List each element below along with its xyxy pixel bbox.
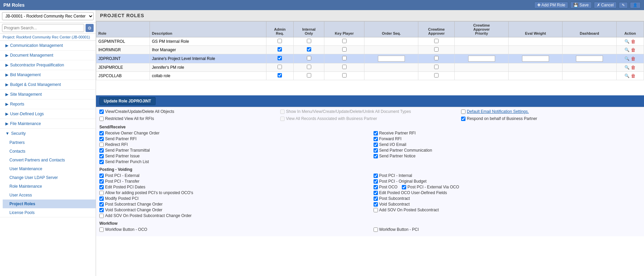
key-player-checkbox[interactable] <box>342 56 347 60</box>
project-select[interactable]: JB-00001 - Rockford Community Rec Center <box>2 12 94 20</box>
sidebar-item-document[interactable]: ▶ Document Management <box>0 51 96 60</box>
send-partner-rfi-checkbox[interactable] <box>99 137 104 141</box>
default-email-checkbox[interactable] <box>461 110 465 114</box>
post-oco-checkbox[interactable] <box>374 185 378 189</box>
post-subcontract-co-checkbox[interactable] <box>99 202 104 207</box>
search-button[interactable]: 🔍 <box>624 39 630 44</box>
workflow-button-pci-checkbox[interactable] <box>374 227 378 232</box>
sidebar-item-userlogs[interactable]: ▶ User-Defined Logs <box>0 109 96 119</box>
send-partner-notice-checkbox[interactable] <box>374 154 378 158</box>
program-search-input[interactable] <box>2 24 84 32</box>
sidebar-item-subcontractor[interactable]: ▶ Subcontractor Prequalification <box>0 60 96 70</box>
crewtime-approver-checkbox[interactable] <box>434 56 439 60</box>
admin-req-checkbox[interactable] <box>278 39 282 43</box>
post-pci-internal-checkbox[interactable] <box>374 174 378 178</box>
delete-button[interactable]: 🗑 <box>631 39 636 44</box>
sidebar-item-security[interactable]: ▼ Security <box>0 129 96 138</box>
post-pci-original-budget-checkbox[interactable] <box>374 179 378 184</box>
sidebar-item-role-maintenance[interactable]: Role Maintenance <box>3 182 96 191</box>
post-pci-transfer-checkbox[interactable] <box>99 179 104 184</box>
send-partner-issue-checkbox[interactable] <box>99 154 104 158</box>
sidebar-item-convert[interactable]: Convert Partners and Contacts <box>3 156 96 164</box>
sidebar-item-site[interactable]: ▶ Site Management <box>0 90 96 99</box>
sidebar-item-contacts[interactable]: Contacts <box>3 147 96 156</box>
sidebar-item-project-roles[interactable]: Project Roles <box>3 200 96 208</box>
show-in-menu-checkbox[interactable] <box>280 110 285 114</box>
allow-posting-pci-checkbox[interactable] <box>99 191 104 195</box>
add-pm-role-button[interactable]: ✚ Add PM Role <box>534 2 569 8</box>
redirect-rfi-checkbox[interactable] <box>99 143 104 147</box>
internal-only-checkbox[interactable] <box>307 56 311 60</box>
send-io-email-checkbox[interactable] <box>374 143 378 147</box>
project-link[interactable]: Project: Rockford Community Rec Center (… <box>0 34 96 41</box>
search-button[interactable]: 🔍 <box>624 48 630 52</box>
sidebar-item-user-maintenance[interactable]: User Maintenance <box>3 164 96 173</box>
key-player-checkbox[interactable] <box>342 73 347 78</box>
sidebar-item-license-pools[interactable]: License Pools <box>3 208 96 217</box>
order-seq-input[interactable] <box>378 56 405 62</box>
post-pci-external-checkbox[interactable] <box>99 174 104 178</box>
send-partner-transmittal-checkbox[interactable] <box>99 148 104 153</box>
crewtime-priority-input[interactable] <box>468 56 495 62</box>
send-partner-punch-checkbox[interactable] <box>99 160 104 164</box>
internal-only-checkbox[interactable] <box>307 47 311 52</box>
internal-only-checkbox[interactable] <box>307 39 311 43</box>
sidebar-item-user-access[interactable]: User Access <box>3 191 96 200</box>
sidebar-item-budget[interactable]: ▶ Budget & Cost Management <box>0 80 96 89</box>
search-button[interactable]: 🔍 <box>624 65 630 70</box>
delete-button[interactable]: 🗑 <box>631 65 636 70</box>
update-role-button[interactable]: Update Role JDPROJINT <box>99 97 156 105</box>
edit-posted-pci-dates-checkbox[interactable] <box>99 185 104 189</box>
workflow-button-oco-checkbox[interactable] <box>99 227 104 232</box>
sidebar-item-reports[interactable]: ▶ Reports <box>0 99 96 109</box>
admin-req-checkbox[interactable] <box>278 56 282 60</box>
table-row: IHORMNGR Ihor Manager 🔍 <box>96 46 644 54</box>
receive-owner-co-checkbox[interactable] <box>99 131 104 135</box>
delete-button[interactable]: 🗑 <box>631 56 636 61</box>
void-subcontract-co-checkbox[interactable] <box>99 208 104 212</box>
search-button[interactable]: 🔍 <box>624 73 630 78</box>
sidebar-item-file[interactable]: ▶ File Maintenance <box>0 119 96 128</box>
key-player-checkbox[interactable] <box>342 65 347 69</box>
admin-req-checkbox[interactable] <box>278 65 282 69</box>
crewtime-approver-checkbox[interactable] <box>434 73 439 78</box>
modify-posted-pci-checkbox[interactable] <box>99 196 104 201</box>
post-pci-external-via-oco-checkbox[interactable] <box>402 185 406 189</box>
add-sov-posted-subcontract-co-checkbox[interactable] <box>99 214 104 218</box>
admin-req-checkbox[interactable] <box>278 73 282 78</box>
sidebar-item-communication[interactable]: ▶ Communication Management <box>0 41 96 50</box>
dashboard-input[interactable] <box>576 56 603 62</box>
crewtime-approver-checkbox[interactable] <box>434 39 439 43</box>
sidebar-item-bid[interactable]: ▶ Bid Management <box>0 70 96 80</box>
internal-only-checkbox[interactable] <box>307 65 311 69</box>
user-icon-button[interactable]: 👤 <box>630 2 641 8</box>
send-partner-comm-checkbox[interactable] <box>374 148 378 153</box>
add-sov-posted-subcontract-checkbox[interactable] <box>374 208 378 212</box>
delete-button[interactable]: 🗑 <box>631 73 636 79</box>
view-create-all-checkbox[interactable] <box>99 110 104 114</box>
restricted-view-checkbox[interactable] <box>99 117 104 121</box>
save-button[interactable]: 💾 Save <box>570 2 591 8</box>
post-subcontract-checkbox[interactable] <box>374 196 378 201</box>
cell-key-player <box>324 63 364 72</box>
admin-req-checkbox[interactable] <box>278 47 282 52</box>
forward-rfi-checkbox[interactable] <box>374 137 378 141</box>
void-subcontract-checkbox[interactable] <box>374 202 378 207</box>
crewtime-approver-checkbox[interactable] <box>434 47 439 52</box>
search-button[interactable]: 🔍 <box>624 56 630 61</box>
eval-weight-input[interactable] <box>522 56 549 62</box>
receive-partner-rfi-checkbox[interactable] <box>374 131 378 135</box>
key-player-checkbox[interactable] <box>342 39 347 43</box>
crewtime-approver-checkbox[interactable] <box>434 65 439 69</box>
sidebar-item-ldap[interactable]: Change User LDAP Server <box>3 173 96 182</box>
delete-button[interactable]: 🗑 <box>631 47 636 53</box>
edit-posted-oco-fields-checkbox[interactable] <box>374 191 378 195</box>
internal-only-checkbox[interactable] <box>307 73 311 78</box>
edit-icon-button[interactable]: ✎ <box>619 2 628 8</box>
cancel-button[interactable]: ✗ Cancel <box>594 2 617 8</box>
view-all-records-checkbox[interactable] <box>280 117 285 121</box>
respond-behalf-checkbox[interactable] <box>461 117 465 121</box>
gear-button[interactable]: ⚙ <box>86 24 94 32</box>
sidebar-item-partners[interactable]: Partners <box>3 138 96 147</box>
key-player-checkbox[interactable] <box>342 47 347 52</box>
